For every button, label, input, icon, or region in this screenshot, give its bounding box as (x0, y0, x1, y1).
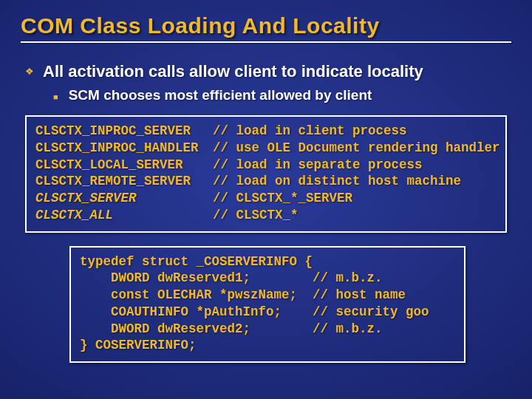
code-line: DWORD dwReserved1; // m.b.z. (80, 270, 455, 287)
code-block-struct: typedef struct _COSERVERINFO { DWORD dwR… (69, 246, 466, 364)
code-row: CLSCTX_INPROC_SERVER // load in client p… (35, 123, 497, 140)
square-bullet-icon: ■ (53, 92, 58, 101)
code-row: CLSCTX_SERVER // CLSCTX_*_SERVER (35, 190, 497, 207)
bullet-l2-text: SCM chooses most efficient allowed by cl… (69, 87, 372, 103)
code-line: COAUTHINFO *pAuthInfo; // security goo (80, 304, 455, 321)
slide-title: COM Class Loading And Locality (21, 13, 511, 38)
code-line: typedef struct _COSERVERINFO { (80, 253, 455, 270)
code-row: CLSCTX_LOCAL_SERVER // load in separate … (35, 157, 497, 174)
code-row: CLSCTX_ALL // CLSCTX_* (35, 207, 497, 224)
code-constant: CLSCTX_REMOTE_SERVER (35, 173, 213, 190)
code-comment: // use OLE Document rendering handler (213, 140, 500, 157)
code-constant: CLSCTX_INPROC_HANDLER (35, 140, 213, 157)
code-comment: // CLSCTX_* (213, 207, 299, 224)
code-constant: CLSCTX_SERVER (35, 190, 213, 207)
code-comment: // load on distinct host machine (213, 173, 461, 190)
code-constant: CLSCTX_LOCAL_SERVER (35, 157, 213, 174)
code-constant: CLSCTX_INPROC_SERVER (35, 123, 213, 140)
code-comment: // load in client process (213, 123, 407, 140)
code-row: CLSCTX_INPROC_HANDLER // use OLE Documen… (35, 140, 497, 157)
bullet-level-1: ❖ All activation calls allow client to i… (25, 62, 511, 81)
code-constant: CLSCTX_ALL (35, 207, 213, 224)
code-comment: // load in separate process (213, 157, 423, 174)
code-block-clsctx: CLSCTX_INPROC_SERVER // load in client p… (25, 115, 507, 233)
title-underline (21, 41, 511, 43)
code-row: CLSCTX_REMOTE_SERVER // load on distinct… (35, 173, 497, 190)
code-comment: // CLSCTX_*_SERVER (213, 190, 352, 207)
diamond-bullet-icon: ❖ (25, 66, 34, 77)
code-line: } COSERVERINFO; (80, 337, 455, 354)
code-line: DWORD dwReserved2; // m.b.z. (80, 321, 455, 338)
bullet-l1-text: All activation calls allow client to ind… (43, 62, 423, 81)
code-line: const OLECHAR *pwszName; // host name (80, 287, 455, 304)
slide: COM Class Loading And Locality ❖ All act… (0, 0, 532, 399)
bullet-level-2: ■ SCM chooses most efficient allowed by … (53, 87, 511, 103)
